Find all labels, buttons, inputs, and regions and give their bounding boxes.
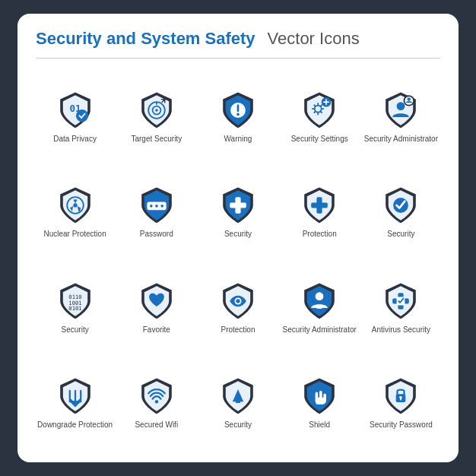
svg-rect-33	[317, 306, 322, 309]
security-up-icon	[217, 376, 259, 417]
security-up-label: Security	[224, 420, 252, 430]
header: Security and System Safety Vector Icons	[36, 29, 440, 59]
svg-point-1	[75, 109, 87, 122]
security-password-icon	[380, 376, 421, 417]
svg-point-11	[325, 101, 328, 104]
icon-nuclear-protection: Nuclear Protection	[36, 166, 114, 258]
svg-rect-23	[230, 203, 246, 208]
security-admin-2-icon	[299, 281, 340, 322]
svg-point-38	[155, 400, 159, 404]
security-settings-icon	[299, 90, 340, 131]
antivirus-label: Antivirus Security	[372, 325, 430, 335]
target-security-icon	[136, 90, 177, 131]
warning-icon	[217, 90, 259, 131]
svg-point-17	[73, 204, 77, 208]
svg-rect-42	[400, 398, 401, 401]
protection-eye-icon	[217, 281, 259, 322]
svg-point-4	[155, 109, 158, 112]
nuclear-protection-icon	[55, 185, 96, 226]
icon-security-cross: Security	[198, 166, 277, 258]
icon-shield-hand: Shield	[281, 357, 359, 449]
main-card: Security and System Safety Vector Icons …	[17, 14, 459, 462]
security-binary-label: Security	[62, 325, 89, 335]
security-binary-icon: 0110 1001 0101	[55, 281, 96, 322]
icon-favorite: Favorite	[117, 262, 195, 354]
icon-security-binary: 0110 1001 0101 Security	[36, 262, 114, 354]
icon-secured-wifi: Secured Wifi	[117, 357, 195, 449]
security-administrator-1-icon	[380, 90, 421, 131]
icon-downgrade: Downgrade Protection	[36, 357, 114, 449]
security-password-label: Security Password	[370, 420, 433, 430]
security-administrator-1-label: Security Administrator	[364, 135, 438, 144]
icon-security-password: Security Password	[362, 357, 440, 449]
password-icon	[136, 185, 177, 226]
icon-target-security: Target Security	[117, 71, 195, 163]
security-check-label: Security	[387, 230, 414, 239]
data-privacy-icon: 01	[55, 90, 96, 131]
icon-warning: Warning	[198, 71, 277, 163]
security-admin-2-label: Security Administrator	[283, 325, 357, 335]
nuclear-protection-label: Nuclear Protection	[43, 230, 106, 239]
svg-point-32	[316, 292, 324, 300]
icon-antivirus: Antivirus Security	[362, 262, 440, 354]
icon-security-up: Security	[198, 357, 277, 449]
data-privacy-label: Data Privacy	[53, 135, 97, 144]
svg-text:0101: 0101	[68, 304, 81, 311]
icon-data-privacy: 01 Data Privacy	[36, 71, 114, 163]
icon-password: Password	[117, 166, 195, 258]
icon-security-settings: Security Settings	[281, 71, 359, 163]
security-cross-icon	[217, 185, 259, 226]
protection-eye-label: Protection	[221, 325, 255, 335]
svg-point-31	[236, 299, 240, 303]
secured-wifi-icon	[136, 376, 177, 417]
title-gray: Vector Icons	[268, 29, 360, 49]
favorite-icon	[136, 281, 177, 322]
svg-rect-25	[311, 203, 328, 208]
security-cross-label: Security	[224, 230, 252, 239]
icon-protection: Protection	[281, 166, 359, 258]
icon-security-admin-2: Security Administrator	[281, 262, 359, 354]
downgrade-label: Downgrade Protection	[37, 420, 113, 430]
svg-point-15	[408, 97, 411, 101]
icons-grid: 01 Data Privacy Target Security	[36, 71, 440, 449]
shield-hand-icon	[299, 376, 340, 417]
secured-wifi-label: Secured Wifi	[135, 420, 178, 430]
svg-point-19	[150, 205, 153, 208]
protection-label: Protection	[303, 230, 337, 239]
icon-security-check: Security	[362, 166, 440, 258]
security-settings-label: Security Settings	[291, 135, 348, 144]
svg-point-8	[236, 113, 240, 116]
warning-label: Warning	[224, 135, 252, 144]
downgrade-icon	[55, 376, 96, 417]
svg-point-20	[155, 205, 158, 208]
target-security-label: Target Security	[131, 135, 182, 144]
svg-point-21	[160, 205, 163, 208]
icon-protection-eye: Protection	[198, 262, 277, 354]
protection-icon	[299, 185, 340, 226]
shield-hand-label: Shield	[309, 420, 330, 430]
antivirus-icon	[380, 281, 421, 322]
security-check-icon	[380, 185, 421, 226]
favorite-label: Favorite	[143, 325, 170, 335]
icon-security-administrator-1: Security Administrator	[362, 71, 440, 163]
svg-point-12	[397, 102, 405, 110]
password-label: Password	[140, 230, 173, 239]
title-blue: Security and System Safety	[36, 30, 255, 47]
svg-rect-39	[236, 396, 240, 403]
